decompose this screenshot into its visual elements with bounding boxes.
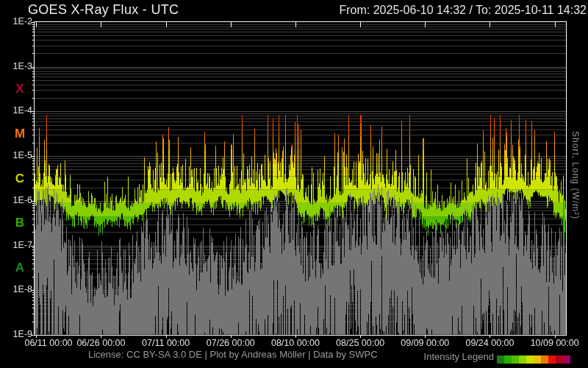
y-axis-unit-label: Short, Long (W/m²)	[570, 131, 581, 219]
intensity-legend-swatch	[526, 355, 534, 364]
intensity-legend-swatch	[541, 355, 548, 364]
x-tick-label: 06/11 00:00	[21, 338, 76, 348]
x-tick-label: 08/10 00:00	[268, 338, 323, 348]
license-text: License: CC BY-SA 3.0 DE | Plot by Andre…	[88, 349, 378, 360]
x-tick-label: 07/26 00:00	[203, 338, 259, 348]
y-tick-label: 1E-7	[3, 240, 32, 250]
x-tick-label: 07/11 00:00	[138, 338, 194, 348]
x-tick-label: 10/09 00:00	[527, 338, 583, 348]
goes-xray-flux-chart: GOES X-Ray Flux - UTC From: 2025-06-10 1…	[0, 0, 588, 368]
y-tick-label: 1E-2	[3, 16, 32, 26]
intensity-legend-colorbar	[497, 355, 570, 364]
flare-class-label-c: C	[5, 171, 35, 186]
x-tick-label: 09/24 00:00	[462, 338, 517, 348]
intensity-legend-swatch	[556, 355, 563, 364]
flare-class-label-b: B	[5, 216, 35, 230]
intensity-legend-swatch	[519, 355, 526, 364]
y-tick-label: 1E-6	[3, 195, 32, 205]
intensity-legend-swatch	[512, 355, 519, 364]
y-tick-label: 1E-5	[3, 150, 32, 160]
intensity-legend-swatch	[534, 355, 541, 364]
x-tick-label: 08/25 00:00	[332, 338, 388, 348]
x-tick-label: 06/26 00:00	[73, 338, 129, 348]
intensity-legend-label: Intensity Legend	[412, 351, 494, 362]
plot-canvas	[0, 0, 588, 368]
y-tick-label: 1E-8	[3, 284, 32, 294]
chart-title: GOES X-Ray Flux - UTC	[28, 2, 179, 18]
y-tick-label: 1E-3	[3, 61, 32, 71]
flare-class-label-m: M	[5, 127, 35, 141]
x-tick-label: 09/09 00:00	[397, 338, 453, 348]
intensity-legend-swatch	[548, 355, 556, 364]
flare-class-label-x: X	[5, 82, 35, 96]
intensity-legend-swatch	[563, 355, 570, 364]
intensity-legend-swatch	[504, 355, 512, 364]
date-range: From: 2025-06-10 14:32 / To: 2025-10-11 …	[339, 4, 587, 17]
y-tick-label: 1E-4	[3, 105, 32, 116]
flare-class-label-a: A	[5, 261, 35, 275]
intensity-legend-swatch	[497, 355, 504, 364]
